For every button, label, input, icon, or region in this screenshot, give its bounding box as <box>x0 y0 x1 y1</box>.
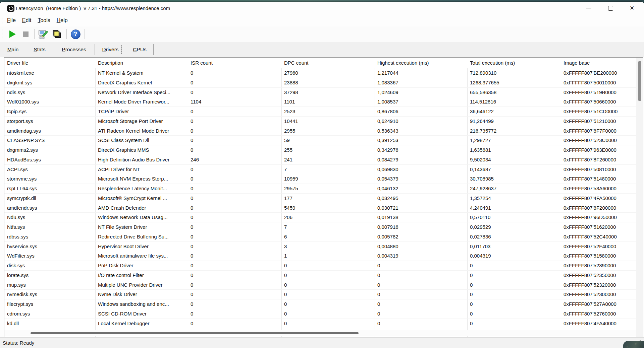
table-row[interactable]: hvservice.sysHypervisor Boot Driver030,0… <box>4 242 636 252</box>
question-mark-icon: ? <box>71 29 80 39</box>
table-row[interactable]: disk.sysPnP Disk Driver00000xFFFFF807'52… <box>4 261 636 271</box>
table-row[interactable]: symcryptk.dllMicrosoft® SymCrypt Kernel … <box>4 194 636 203</box>
table-cell: 0 <box>188 136 281 145</box>
table-row[interactable]: cdrom.sysSCSI CD-ROM Driver00000xFFFFF80… <box>4 309 636 319</box>
menu-file[interactable]: File <box>4 16 19 24</box>
table-cell: 5459 <box>281 203 375 213</box>
table-cell: Microsoft NVM Express Storp... <box>95 174 188 184</box>
maximize-button[interactable] <box>603 2 618 15</box>
tab-main[interactable]: Main <box>0 44 26 55</box>
table-row[interactable]: ACPI.sysACPI Driver for NT070,0698300,14… <box>4 165 636 175</box>
copy-report-button[interactable] <box>51 29 62 40</box>
table-cell: 0 <box>188 261 281 270</box>
table-cell: 0 <box>281 328 375 330</box>
minimize-button[interactable] <box>581 2 596 15</box>
toolbar-grip[interactable] <box>2 29 2 39</box>
options-button[interactable] <box>38 29 49 40</box>
table-row[interactable]: WdFilter.sysMicrosoft antimalware file s… <box>4 251 636 261</box>
table-cell: 0xFFFFF807'96D50000 <box>561 213 636 222</box>
table-cell: 0 <box>188 213 281 222</box>
table-row[interactable]: ndis.sysNetwork Driver Interface Speci..… <box>4 88 636 97</box>
table-row[interactable]: CLASSPNP.SYSSCSI Class System Dll0590,39… <box>4 136 636 145</box>
table-cell: 0xFFFFF807'50810000 <box>561 165 636 174</box>
table-cell: 0 <box>467 261 561 270</box>
vertical-scrollbar[interactable] <box>636 58 643 337</box>
table-cell: 255 <box>281 145 375 155</box>
column-header[interactable]: DPC count <box>281 58 375 68</box>
table-cell: 177 <box>281 194 375 203</box>
table-cell: 0,027836 <box>467 232 561 241</box>
table-cell: 30,708985 <box>467 174 561 184</box>
maximize-icon <box>608 6 613 11</box>
table-cell: 0,143687 <box>467 165 561 174</box>
table-cell: symcryptk.dll <box>4 194 95 203</box>
table-cell: Nvme Disk Driver <box>95 290 188 299</box>
table-cell: 36,646122 <box>467 107 561 116</box>
table-row[interactable]: amdfendr.sysAMD Crash Defender054590,030… <box>4 203 636 213</box>
column-header[interactable]: ISR count <box>188 58 281 68</box>
horizontal-scrollbar-thumb[interactable] <box>31 332 359 334</box>
table-row[interactable]: crashdmp.sysCrash Dump Driver00000xFFFFF… <box>4 328 636 330</box>
table-row[interactable]: stornvme.sysMicrosoft NVM Express Storp.… <box>4 174 636 184</box>
menubar-grip[interactable] <box>2 17 2 24</box>
menu-tools[interactable]: Tools <box>35 16 53 24</box>
tab-stats[interactable]: Stats <box>26 44 53 55</box>
table-row[interactable]: Ndu.sysWindows Network Data Usag...02060… <box>4 213 636 222</box>
stop-monitor-button[interactable] <box>20 29 32 40</box>
table-cell: 7 <box>281 222 375 232</box>
table-cell: 0xFFFFF807'52760000 <box>561 309 636 319</box>
table-cell: 0 <box>188 222 281 232</box>
column-header[interactable]: Highest execution (ms) <box>375 58 467 68</box>
table-row[interactable]: amdkmdag.sysATI Radeon Kernel Mode Drive… <box>4 126 636 136</box>
column-header[interactable]: Total execution (ms) <box>467 58 561 68</box>
table-row[interactable]: rspLLL64.sysResplendence Latency Monit..… <box>4 184 636 194</box>
table-cell: 0xFFFFF807'52C40000 <box>561 232 636 241</box>
column-header[interactable]: Driver file <box>4 58 95 68</box>
table-row[interactable]: storport.sysMicrosoft Storage Port Drive… <box>4 117 636 126</box>
table-row[interactable]: iorate.sysI/O rate control Filter00000xF… <box>4 271 636 280</box>
table-cell: disk.sys <box>4 261 95 270</box>
tab-drivers[interactable]: Drivers <box>95 44 126 55</box>
table-row[interactable]: Wdf01000.sysKernel Mode Driver Framewor.… <box>4 97 636 107</box>
table-cell: 0,019138 <box>375 213 467 222</box>
menu-edit[interactable]: Edit <box>19 16 35 24</box>
table-cell: 0 <box>188 165 281 174</box>
help-button[interactable]: ? <box>70 29 81 40</box>
table-cell: rspLLL64.sys <box>4 184 95 193</box>
table-cell: 0xFFFFF807'519B0000 <box>561 88 636 97</box>
menu-help[interactable]: Help <box>54 16 71 24</box>
table-cell: 0 <box>375 261 467 270</box>
column-header[interactable]: Description <box>95 58 188 68</box>
table-cell: 0xFFFFF807'8F200000 <box>561 203 636 213</box>
menu-bar: File Edit Tools Help <box>0 15 644 26</box>
table-row[interactable]: dxgkrnl.sysDirectX Graphics Kernel023888… <box>4 78 636 88</box>
table-row[interactable]: rdbss.sysRedirected Drive Buffering Su..… <box>4 232 636 242</box>
table-cell: 29575 <box>281 184 375 193</box>
table-row[interactable]: Ntfs.sysNT File System Driver070,0079160… <box>4 222 636 232</box>
vertical-scrollbar-thumb[interactable] <box>638 61 641 101</box>
latencymon-window: LatencyMon (Home Edition ) v 7.31 - http… <box>0 2 644 348</box>
column-header[interactable]: Image base <box>561 58 636 68</box>
table-row[interactable]: nvmedisk.sysNvme Disk Driver00000xFFFFF8… <box>4 290 636 299</box>
table-cell: 0 <box>188 232 281 241</box>
latencymon-app-icon <box>7 5 14 12</box>
table-row[interactable]: ntoskrnl.exeNT Kernel & System0279601,21… <box>4 68 636 78</box>
table-cell: tcpip.sys <box>4 107 95 116</box>
table-cell: 0 <box>281 280 375 290</box>
table-cell: 0 <box>281 309 375 319</box>
table-cell: 0 <box>467 290 561 299</box>
table-row[interactable]: filecrypt.sysWindows sandboxing and enc.… <box>4 299 636 309</box>
tab-cpus[interactable]: CPUs <box>126 44 154 55</box>
table-row[interactable]: tcpip.sysTCP/IP Driver025230,86780636,64… <box>4 107 636 117</box>
tab-processes[interactable]: Processes <box>53 44 95 55</box>
stop-icon <box>23 31 29 37</box>
table-cell: 0xFFFFF807'4FA40000 <box>561 319 636 328</box>
table-row[interactable]: HDAudBus.sysHigh Definition Audio Bus Dr… <box>4 155 636 165</box>
close-button[interactable]: ✕ <box>624 2 640 15</box>
title-bar: LatencyMon (Home Edition ) v 7.31 - http… <box>0 2 644 15</box>
table-row[interactable]: mup.sysMultiple UNC Provider Driver00000… <box>4 280 636 290</box>
table-row[interactable]: dxgmms2.sysDirectX Graphics MMS02550,342… <box>4 145 636 155</box>
table-row[interactable]: kd.dllLocal Kernel Debugger00000xFFFFF80… <box>4 319 636 329</box>
horizontal-scrollbar[interactable] <box>4 330 636 336</box>
start-monitor-button[interactable] <box>7 29 18 40</box>
